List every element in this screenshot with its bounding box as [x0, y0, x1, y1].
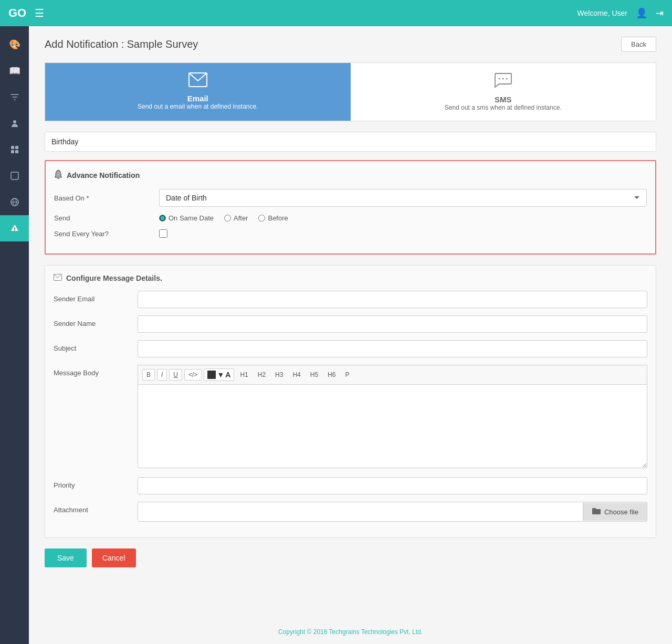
- birthday-input[interactable]: [45, 132, 656, 152]
- attachment-wrapper: Choose file: [138, 502, 647, 522]
- sidebar-item-layers[interactable]: [0, 136, 29, 163]
- send-label: Send: [54, 214, 159, 222]
- h1-button[interactable]: H1: [236, 369, 251, 381]
- sender-email-input[interactable]: [138, 291, 647, 308]
- svg-point-14: [506, 78, 508, 80]
- sidebar-item-filter[interactable]: [0, 84, 29, 110]
- sidebar: 🎨 📖: [0, 26, 29, 644]
- based-on-label: Based On *: [54, 194, 159, 202]
- code-button[interactable]: </>: [184, 369, 202, 381]
- sidebar-item-user[interactable]: [0, 110, 29, 136]
- subject-row: Subject: [54, 340, 647, 357]
- sender-name-label: Sender Name: [54, 315, 138, 328]
- send-every-year-row: Send Every Year?: [54, 229, 647, 238]
- advance-notification-box: Advance Notification Based On * Date of …: [45, 160, 656, 255]
- bold-button[interactable]: B: [142, 369, 155, 381]
- radio-after[interactable]: After: [224, 214, 248, 222]
- back-button[interactable]: Back: [621, 37, 656, 52]
- based-on-select[interactable]: Date of Birth Anniversary Registration D…: [159, 189, 647, 207]
- choose-file-button[interactable]: Choose file: [583, 503, 647, 521]
- sender-name-input[interactable]: [138, 315, 647, 333]
- send-every-year-label: Send Every Year?: [54, 230, 159, 238]
- subject-label: Subject: [54, 340, 138, 352]
- color-picker-button[interactable]: ▼ A: [204, 368, 234, 381]
- sidebar-item-book[interactable]: 📖: [0, 58, 29, 84]
- sms-tab-title: SMS: [360, 95, 647, 104]
- underline-button[interactable]: U: [169, 369, 182, 381]
- tab-sms[interactable]: SMS Send out a sms when at defined insta…: [351, 63, 656, 121]
- cancel-button[interactable]: Cancel: [92, 548, 136, 567]
- sidebar-item-globe[interactable]: [0, 189, 29, 215]
- app-logo: GO: [8, 6, 26, 20]
- sender-name-row: Sender Name: [54, 315, 647, 333]
- message-body-textarea[interactable]: [138, 384, 647, 468]
- svg-point-10: [14, 230, 15, 231]
- sidebar-item-palette[interactable]: 🎨: [0, 31, 29, 58]
- advance-notification-header: Advance Notification: [54, 170, 647, 181]
- folder-icon: [592, 507, 601, 516]
- message-body-label: Message Body: [54, 365, 138, 377]
- svg-rect-4: [15, 150, 18, 153]
- footer-brand: Techgrains Technologies Pvt. Ltd.: [329, 628, 423, 636]
- send-every-year-checkbox[interactable]: [159, 229, 167, 238]
- priority-label: Priority: [54, 477, 138, 489]
- h2-button[interactable]: H2: [254, 369, 269, 381]
- message-body-row: Message Body B I U </> ▼ A H1 H2 H3 H4: [54, 365, 647, 470]
- sms-tab-subtitle: Send out a sms when at defined instance.: [360, 104, 647, 111]
- radio-on-same-date-input[interactable]: [159, 215, 166, 221]
- color-swatch: [207, 371, 216, 379]
- envelope-icon: [54, 274, 62, 282]
- h4-button[interactable]: H4: [289, 369, 304, 381]
- email-tab-title: Email: [55, 94, 341, 103]
- svg-point-12: [499, 78, 500, 80]
- message-toolbar: B I U </> ▼ A H1 H2 H3 H4 H5 H6 P: [138, 365, 647, 384]
- radio-on-same-date-label: On Same Date: [169, 214, 214, 222]
- sidebar-item-square[interactable]: [0, 163, 29, 189]
- svg-point-13: [502, 78, 504, 80]
- p-button[interactable]: P: [341, 369, 353, 381]
- italic-button[interactable]: I: [157, 369, 167, 381]
- svg-rect-5: [11, 172, 18, 180]
- radio-before[interactable]: Before: [258, 214, 288, 222]
- send-options: On Same Date After Before: [159, 214, 647, 222]
- email-icon: [55, 72, 341, 91]
- h3-button[interactable]: H3: [271, 369, 287, 381]
- svg-point-0: [13, 120, 16, 123]
- color-dropdown-icon: ▼: [217, 371, 224, 379]
- logout-icon[interactable]: ⇥: [656, 7, 664, 19]
- priority-input[interactable]: [138, 477, 647, 494]
- page-title: Add Notification : Sample Survey: [45, 38, 198, 50]
- welcome-text: Welcome, User: [578, 9, 627, 17]
- sms-icon: [360, 72, 647, 92]
- footer: Copyright © 2018 Techgrains Technologies…: [29, 620, 672, 644]
- configure-message-header: Configure Message Details.: [54, 274, 647, 282]
- radio-after-input[interactable]: [224, 215, 231, 221]
- email-tab-subtitle: Send out a email when at defined instanc…: [55, 103, 341, 110]
- tab-email[interactable]: Email Send out a email when at defined i…: [45, 63, 351, 121]
- radio-on-same-date[interactable]: On Same Date: [159, 214, 214, 222]
- attachment-label: Attachment: [54, 502, 138, 514]
- h5-button[interactable]: H5: [307, 369, 322, 381]
- radio-before-label: Before: [268, 214, 288, 222]
- color-label: A: [225, 371, 230, 379]
- hamburger-icon[interactable]: ☰: [35, 7, 44, 19]
- send-row: Send On Same Date After Before: [54, 214, 647, 222]
- main-content: Add Notification : Sample Survey Back Em…: [29, 26, 672, 620]
- sender-email-label: Sender Email: [54, 291, 138, 303]
- subject-input[interactable]: [138, 340, 647, 357]
- svg-rect-2: [15, 146, 18, 149]
- attachment-row: Attachment Choose file: [54, 502, 647, 522]
- attachment-text-area: [138, 502, 583, 521]
- user-profile-icon[interactable]: 👤: [636, 7, 647, 19]
- bell-icon: [54, 170, 62, 181]
- choose-file-label: Choose file: [604, 508, 638, 516]
- advance-notification-title: Advance Notification: [67, 171, 140, 180]
- radio-before-input[interactable]: [258, 215, 265, 221]
- save-button[interactable]: Save: [45, 548, 87, 567]
- configure-message-section: Configure Message Details. Sender Email …: [45, 265, 656, 538]
- configure-message-title: Configure Message Details.: [66, 274, 162, 282]
- top-navigation: GO ☰ Welcome, User 👤 ⇥: [0, 0, 672, 26]
- based-on-row: Based On * Date of Birth Anniversary Reg…: [54, 189, 647, 207]
- sidebar-item-alert[interactable]: [0, 215, 29, 241]
- h6-button[interactable]: H6: [324, 369, 339, 381]
